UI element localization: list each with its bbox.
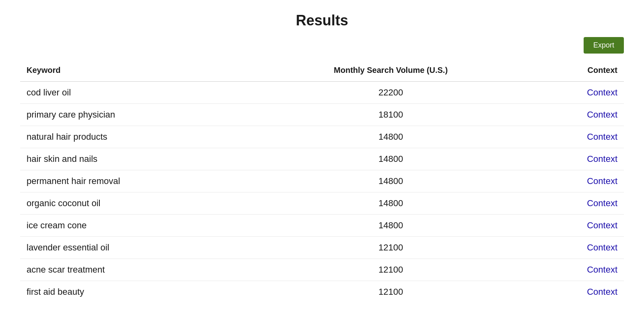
table-row: lavender essential oil12100Context [20, 237, 624, 259]
cell-context: Context [529, 237, 624, 259]
cell-keyword: acne scar treatment [20, 259, 252, 281]
cell-keyword: ice cream cone [20, 215, 252, 237]
cell-context: Context [529, 104, 624, 126]
table-row: organic coconut oil14800Context [20, 192, 624, 215]
col-header-volume: Monthly Search Volume (U.S.) [252, 62, 529, 82]
page-title: Results [20, 12, 624, 29]
cell-volume: 14800 [252, 215, 529, 237]
table-row: acne scar treatment12100Context [20, 259, 624, 281]
context-link[interactable]: Context [587, 242, 617, 252]
cell-keyword: lavender essential oil [20, 237, 252, 259]
table-header: Keyword Monthly Search Volume (U.S.) Con… [20, 62, 624, 82]
context-link[interactable]: Context [587, 132, 617, 142]
cell-context: Context [529, 259, 624, 281]
col-header-keyword: Keyword [20, 62, 252, 82]
table-row: primary care physician18100Context [20, 104, 624, 126]
cell-context: Context [529, 215, 624, 237]
context-link[interactable]: Context [587, 287, 617, 297]
cell-volume: 22200 [252, 82, 529, 104]
cell-volume: 14800 [252, 126, 529, 148]
cell-context: Context [529, 170, 624, 192]
results-table: Keyword Monthly Search Volume (U.S.) Con… [20, 62, 624, 303]
cell-volume: 14800 [252, 170, 529, 192]
table-row: hair skin and nails14800Context [20, 148, 624, 170]
table-row: cod liver oil22200Context [20, 82, 624, 104]
context-link[interactable]: Context [587, 265, 617, 275]
context-link[interactable]: Context [587, 176, 617, 186]
cell-context: Context [529, 126, 624, 148]
cell-keyword: cod liver oil [20, 82, 252, 104]
cell-keyword: hair skin and nails [20, 148, 252, 170]
table-body: cod liver oil22200Contextprimary care ph… [20, 82, 624, 303]
table-row: natural hair products14800Context [20, 126, 624, 148]
cell-volume: 12100 [252, 259, 529, 281]
cell-context: Context [529, 82, 624, 104]
table-row: permanent hair removal14800Context [20, 170, 624, 192]
table-row: first aid beauty12100Context [20, 281, 624, 303]
cell-context: Context [529, 281, 624, 303]
cell-keyword: primary care physician [20, 104, 252, 126]
context-link[interactable]: Context [587, 110, 617, 120]
table-header-row: Keyword Monthly Search Volume (U.S.) Con… [20, 62, 624, 82]
context-link[interactable]: Context [587, 87, 617, 97]
context-link[interactable]: Context [587, 154, 617, 164]
context-link[interactable]: Context [587, 198, 617, 208]
cell-volume: 14800 [252, 148, 529, 170]
col-header-context: Context [529, 62, 624, 82]
page-header: Results [20, 12, 624, 29]
cell-volume: 14800 [252, 192, 529, 215]
table-row: ice cream cone14800Context [20, 215, 624, 237]
cell-keyword: natural hair products [20, 126, 252, 148]
cell-context: Context [529, 192, 624, 215]
toolbar: Export [20, 37, 624, 54]
cell-keyword: permanent hair removal [20, 170, 252, 192]
context-link[interactable]: Context [587, 220, 617, 230]
cell-context: Context [529, 148, 624, 170]
cell-keyword: first aid beauty [20, 281, 252, 303]
export-button[interactable]: Export [584, 37, 624, 54]
cell-volume: 12100 [252, 237, 529, 259]
cell-volume: 18100 [252, 104, 529, 126]
cell-keyword: organic coconut oil [20, 192, 252, 215]
cell-volume: 12100 [252, 281, 529, 303]
